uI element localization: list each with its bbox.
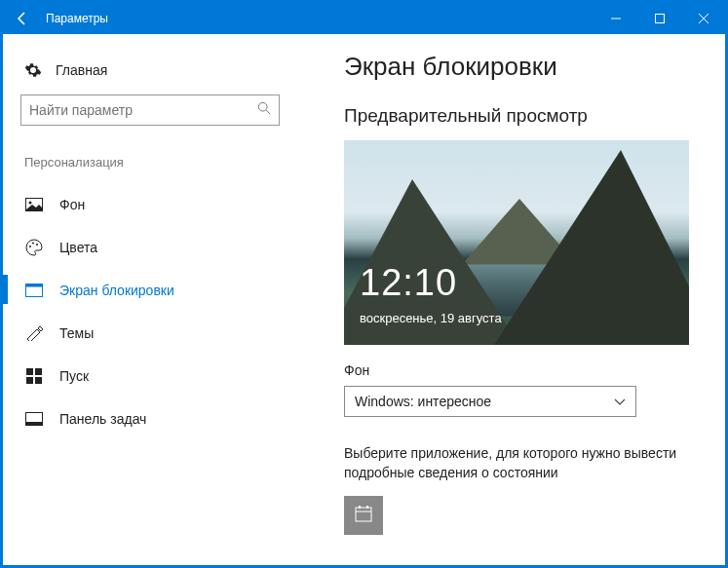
svg-point-7	[32, 243, 34, 245]
calendar-icon	[354, 504, 373, 527]
sidebar-item-label: Пуск	[59, 368, 89, 384]
dropdown-value: Windows: интересное	[355, 394, 614, 409]
lockscreen-preview: 12:10 воскресенье, 19 августа	[344, 140, 689, 345]
gear-icon	[24, 61, 42, 79]
sidebar-item-lockscreen[interactable]: Экран блокировки	[20, 269, 297, 312]
preview-date: воскресенье, 19 августа	[360, 311, 502, 325]
sidebar-item-background[interactable]: Фон	[20, 183, 297, 226]
svg-rect-16	[26, 422, 43, 426]
detailed-status-app-tile[interactable]	[344, 496, 383, 535]
sidebar: Главная Персонализация Фон Цвета Экран б…	[3, 34, 297, 565]
sidebar-item-label: Экран блокировки	[59, 283, 174, 298]
start-icon	[24, 368, 44, 384]
taskbar-icon	[24, 412, 44, 426]
svg-rect-11	[26, 368, 33, 375]
close-button[interactable]	[681, 3, 725, 34]
sidebar-item-label: Панель задач	[59, 411, 146, 427]
lockscreen-icon	[24, 284, 44, 297]
sidebar-item-colors[interactable]: Цвета	[20, 226, 297, 269]
svg-rect-13	[26, 377, 33, 384]
svg-point-5	[29, 202, 32, 205]
picture-icon	[24, 198, 44, 211]
background-label: Фон	[344, 362, 698, 378]
maximize-button[interactable]	[637, 3, 681, 34]
page-title: Экран блокировки	[344, 52, 698, 82]
chevron-down-icon	[614, 394, 626, 409]
svg-rect-1	[655, 15, 664, 23]
palette-icon	[24, 239, 44, 256]
sidebar-item-themes[interactable]: Темы	[20, 312, 297, 355]
background-dropdown[interactable]: Windows: интересное	[344, 386, 636, 417]
minimize-button[interactable]	[594, 3, 637, 34]
section-title: Персонализация	[20, 155, 297, 170]
themes-icon	[24, 325, 44, 341]
svg-rect-17	[356, 508, 371, 521]
svg-point-6	[29, 246, 31, 247]
home-label: Главная	[56, 62, 107, 78]
svg-rect-10	[26, 284, 43, 287]
window-title: Параметры	[42, 12, 594, 25]
svg-line-3	[266, 110, 270, 114]
sidebar-item-start[interactable]: Пуск	[20, 355, 297, 398]
search-icon	[257, 101, 271, 119]
svg-rect-12	[35, 368, 42, 375]
search-input-container[interactable]	[20, 95, 280, 126]
sidebar-item-label: Фон	[59, 197, 85, 212]
sidebar-item-taskbar[interactable]: Панель задач	[20, 398, 297, 440]
sidebar-item-label: Цвета	[59, 240, 97, 255]
preview-time: 12:10	[360, 262, 457, 304]
svg-point-2	[258, 102, 267, 111]
svg-rect-14	[35, 377, 42, 384]
home-link[interactable]: Главная	[20, 52, 297, 95]
preview-heading: Предварительный просмотр	[344, 105, 698, 127]
back-button[interactable]	[3, 3, 42, 34]
main-panel: Экран блокировки Предварительный просмот…	[297, 34, 725, 565]
titlebar: Параметры	[3, 3, 725, 34]
svg-point-8	[36, 244, 38, 246]
sidebar-item-label: Темы	[59, 325, 94, 341]
search-input[interactable]	[29, 102, 257, 118]
app-status-description: Выберите приложение, для которого нужно …	[344, 444, 698, 482]
